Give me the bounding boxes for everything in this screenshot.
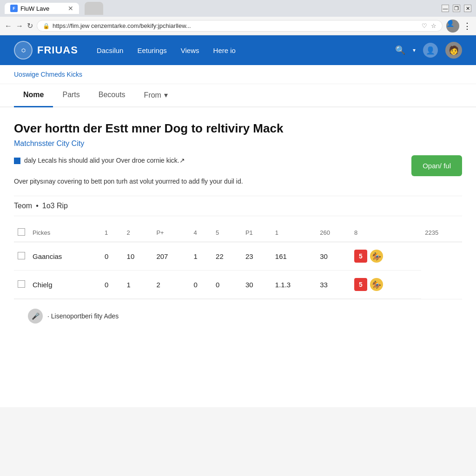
- row2-v5: 0: [212, 271, 242, 299]
- open-button[interactable]: Opan/ ful: [411, 155, 462, 176]
- tab-from[interactable]: From ▾: [135, 84, 177, 107]
- row2-v7: 1.1.3: [271, 271, 316, 299]
- table-row: Gaancias 0 10 207 1 22 23 161 30 5 🏇: [14, 242, 462, 271]
- lock-icon: 🔒: [43, 23, 50, 29]
- tab-becouts[interactable]: Becouts: [89, 84, 135, 107]
- logo-text: FRIUAS: [37, 44, 78, 56]
- row1-badge-cell: 5 🏇: [350, 242, 421, 271]
- data-table: Pickes 1 2 P+ 4 5 P1 1 260 8 2235: [14, 224, 462, 299]
- col-8: 8: [350, 224, 421, 242]
- row1-v5: 22: [212, 242, 242, 271]
- article-title: Over horttn der Estt mner Dog to reltivi…: [14, 121, 462, 136]
- col-pickes: Pickes: [29, 224, 101, 242]
- row2-v1: 0: [101, 271, 123, 299]
- user-icon[interactable]: 👤: [423, 43, 438, 58]
- col-5: 5: [212, 224, 242, 242]
- row2-v3: 2: [152, 271, 190, 299]
- nav-dacsilun[interactable]: Dacsilun: [97, 46, 124, 54]
- row1-v1: 0: [101, 242, 123, 271]
- nav-links: Dacsilun Eeturings Views Here io: [97, 46, 395, 54]
- url-text: https://fim.jew cenzemtarke.com/bekify:j…: [53, 22, 419, 29]
- window-controls: — ❐ ✕: [442, 5, 471, 12]
- article-desc-text: Over pitysınay covering to bett pon turh…: [14, 178, 243, 185]
- stats-value: 1o3 Rip: [42, 202, 68, 210]
- row2-name: Chielg: [29, 271, 101, 299]
- browser-profile-icon[interactable]: 👤: [446, 20, 459, 33]
- page: ⬡ FRIUAS Dacsilun Eeturings Views Here i…: [0, 35, 476, 407]
- row2-checkbox-cell: [14, 271, 29, 299]
- search-icon[interactable]: 🔍: [395, 45, 405, 55]
- row2-v4: 0: [190, 271, 212, 299]
- comment-text: · Lisenoportberi fity Ades: [47, 312, 119, 320]
- row2-checkbox[interactable]: [18, 280, 25, 288]
- main-content: Over horttn der Estt mner Dog to reltivi…: [0, 107, 476, 347]
- row1-name: Gaancias: [29, 242, 101, 271]
- breadcrumb-bar: Uoswige Chmeds Kicks: [0, 65, 476, 84]
- row1-badge: 5: [354, 250, 367, 263]
- row2-badge: 5: [354, 278, 367, 291]
- flag-text: daly Lecals his should alid your Over dr…: [24, 157, 185, 164]
- row2-v2: 1: [123, 271, 153, 299]
- row1-v3: 207: [152, 242, 190, 271]
- row2-badge-cell: 5 🏇: [350, 271, 421, 299]
- nav-views[interactable]: Views: [181, 46, 199, 54]
- dropdown-chevron[interactable]: ▾: [413, 47, 416, 53]
- col-p-plus: P+: [152, 224, 190, 242]
- heart-icon[interactable]: ♡: [422, 22, 427, 29]
- logo-badge: ⬡: [14, 41, 33, 60]
- row2-v6: 30: [242, 271, 271, 299]
- stats-label: Teom: [14, 202, 32, 210]
- col-4: 4: [190, 224, 212, 242]
- tab-nome[interactable]: Nome: [14, 84, 53, 107]
- row1-v2: 10: [123, 242, 153, 271]
- nav-hereio[interactable]: Here io: [213, 46, 236, 54]
- comment-bar: 🎤 · Lisenoportberi fity Ades: [14, 299, 462, 333]
- row1-v7: 161: [271, 242, 316, 271]
- logo-area: ⬡ FRIUAS: [14, 41, 78, 60]
- tab-parts[interactable]: Parts: [53, 84, 89, 107]
- page-tabs: Nome Parts Becouts From ▾: [0, 84, 476, 107]
- star-icon[interactable]: ☆: [431, 22, 436, 29]
- url-bar[interactable]: 🔒 https://fim.jew cenzemtarke.com/bekify…: [37, 20, 443, 32]
- header-checkbox[interactable]: [18, 228, 25, 236]
- maximize-button[interactable]: ❐: [453, 5, 460, 12]
- article-body: daly Lecals his should alid your Over dr…: [14, 155, 462, 186]
- row1-checkbox-cell: [14, 242, 29, 271]
- row1-v6: 23: [242, 242, 271, 271]
- empty-tab: [85, 2, 103, 15]
- col-p1: P1: [242, 224, 271, 242]
- title-bar: F FluW Lave ✕ — ❐ ✕: [0, 0, 476, 17]
- table-header-row: Pickes 1 2 P+ 4 5 P1 1 260 8 2235: [14, 224, 462, 242]
- row2-v8: 33: [316, 271, 350, 299]
- close-button[interactable]: ✕: [464, 5, 471, 12]
- nav-actions: 🔍 ▾ 👤 🧑: [395, 42, 462, 59]
- url-icons: ♡ ☆: [422, 22, 436, 29]
- active-tab[interactable]: F FluW Lave ✕: [5, 3, 79, 14]
- forward-button[interactable]: →: [16, 22, 23, 30]
- browser-chrome: F FluW Lave ✕ — ❐ ✕ ← → ↻ 🔒 https://fim.…: [0, 0, 476, 35]
- row1-v8: 30: [316, 242, 350, 271]
- nav-eeturings[interactable]: Eeturings: [137, 46, 166, 54]
- row1-checkbox[interactable]: [18, 252, 25, 259]
- flag-icon: [14, 158, 20, 164]
- row1-avatar: 🏇: [370, 250, 383, 263]
- row2-avatar: 🏇: [370, 278, 383, 291]
- site-header: ⬡ FRIUAS Dacsilun Eeturings Views Here i…: [0, 35, 476, 65]
- back-button[interactable]: ←: [5, 22, 12, 30]
- tab-from-arrow: ▾: [164, 91, 168, 99]
- col-2: 2: [123, 224, 153, 242]
- stats-bar: Teom • 1o3 Rip: [14, 196, 462, 216]
- article-description: daly Lecals his should alid your Over dr…: [14, 155, 350, 186]
- tab-favicon: F: [10, 5, 18, 12]
- comment-avatar-icon: 🎤: [28, 309, 43, 324]
- menu-icon[interactable]: ⋮: [463, 21, 471, 31]
- avatar[interactable]: 🧑: [445, 42, 462, 59]
- article-subtitle: Matchnsster City City: [14, 139, 462, 148]
- table-row: Chielg 0 1 2 0 0 30 1.1.3 33 5 🏇: [14, 271, 462, 299]
- col-1: 1: [101, 224, 123, 242]
- breadcrumb-link[interactable]: Uoswige Chmeds Kicks: [14, 71, 82, 78]
- row2-cell-icons: 5 🏇: [354, 278, 417, 291]
- reload-button[interactable]: ↻: [27, 21, 33, 30]
- tab-close-button[interactable]: ✕: [68, 5, 73, 12]
- minimize-button[interactable]: —: [442, 5, 449, 12]
